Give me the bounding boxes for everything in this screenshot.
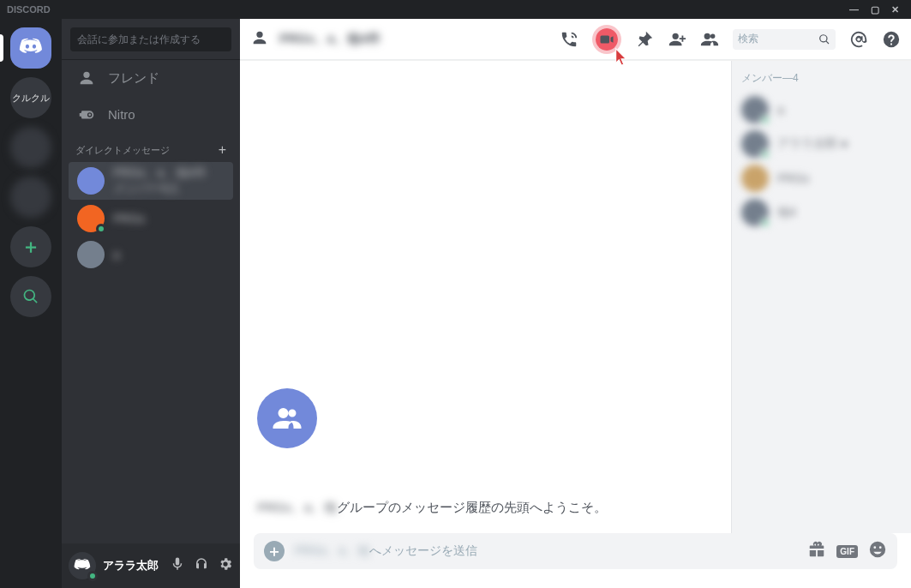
dm-sidebar: 会話に参加または作成する フレンド Nitro ダイレクトメッセージ + PRG…: [62, 19, 240, 588]
composer-area: ＋ PRGs、a、他へメッセージを送信 GIF: [240, 533, 911, 588]
home-button[interactable]: [10, 27, 51, 69]
header-actions: 検索: [560, 25, 901, 54]
welcome-message: PRGs、a、他グループのメッセージ履歴の先頭へようこそ。: [257, 500, 714, 516]
mute-button[interactable]: [170, 556, 185, 575]
chat-header: PRGs、a、他4件 検索: [240, 19, 911, 60]
dm-item[interactable]: PRGs: [69, 201, 233, 236]
user-panel: アララ太郎: [62, 543, 240, 588]
mentions-button[interactable]: [849, 30, 868, 49]
emoji-button[interactable]: [868, 540, 887, 562]
app-root: クルクル ＋ 会話に参加または作成する フレンド Nitro ダイレクトメッセー…: [0, 19, 911, 588]
chat-title: PRGs、a、他4件: [279, 31, 381, 47]
brand-wordmark: DISCORD: [7, 4, 51, 15]
chat-area: PRGs、a、他4件 検索: [240, 19, 911, 588]
maximize-button[interactable]: ▢: [871, 4, 879, 15]
message-placeholder: PRGs、a、他へメッセージを送信: [295, 543, 477, 559]
attach-button[interactable]: ＋: [264, 541, 285, 561]
titlebar: DISCORD — ▢ ✕: [0, 0, 911, 19]
group-avatar: [257, 388, 317, 448]
dm-name: PRGs、a、他4件メンバー4人: [113, 165, 207, 196]
message-area: PRGs、a、他グループのメッセージ履歴の先頭へようこそ。: [240, 61, 731, 533]
member-item[interactable]: アララ太郎 ●: [741, 127, 901, 161]
group-dm-icon: [250, 28, 269, 51]
search-icon: [818, 33, 830, 45]
friends-nav[interactable]: フレンド: [62, 60, 240, 96]
search-input[interactable]: 検索: [733, 29, 836, 50]
server-item[interactable]: クルクル: [10, 77, 51, 118]
server-item[interactable]: [10, 127, 51, 168]
add-friends-button[interactable]: [668, 30, 686, 49]
current-user-avatar[interactable]: [69, 552, 96, 579]
create-dm-button[interactable]: +: [219, 142, 226, 158]
current-user-name: アララ太郎: [103, 558, 159, 573]
member-item[interactable]: 他4: [741, 195, 901, 230]
dm-name: a: [113, 248, 120, 261]
dm-section-header: ダイレクトメッセージ +: [62, 132, 240, 161]
quick-switcher[interactable]: 会話に参加または作成する: [62, 19, 240, 60]
message-input[interactable]: ＋ PRGs、a、他へメッセージを送信 GIF: [254, 533, 897, 569]
video-call-button[interactable]: [592, 25, 621, 54]
pinned-messages-button[interactable]: [635, 30, 654, 49]
nitro-label: Nitro: [108, 107, 135, 122]
dm-name: PRGs: [113, 212, 145, 225]
close-button[interactable]: ✕: [891, 4, 899, 15]
server-item[interactable]: [10, 177, 51, 218]
window-controls: — ▢ ✕: [849, 4, 911, 15]
dm-item[interactable]: a: [69, 237, 233, 272]
members-header: メンバー—4: [741, 71, 901, 86]
member-list-toggle[interactable]: [700, 30, 719, 49]
quick-switcher-input[interactable]: 会話に参加または作成する: [70, 27, 231, 51]
settings-button[interactable]: [218, 556, 233, 575]
avatar: [77, 205, 105, 232]
avatar: [77, 167, 105, 195]
add-server-button[interactable]: ＋: [10, 226, 51, 267]
member-list: メンバー—4 a アララ太郎 ● PRGs 他4: [731, 61, 911, 533]
member-item[interactable]: a: [741, 93, 901, 127]
server-list: クルクル ＋: [0, 19, 62, 588]
gif-button[interactable]: GIF: [836, 545, 858, 558]
explore-button[interactable]: [10, 276, 51, 317]
gift-button[interactable]: [807, 540, 826, 562]
minimize-button[interactable]: —: [849, 4, 859, 15]
dm-header-label: ダイレクトメッセージ: [75, 144, 170, 157]
member-item[interactable]: PRGs: [741, 161, 901, 195]
search-placeholder: 検索: [738, 32, 758, 46]
nitro-nav[interactable]: Nitro: [62, 96, 240, 132]
friends-label: フレンド: [108, 70, 159, 87]
voice-call-button[interactable]: [560, 30, 578, 49]
deafen-button[interactable]: [194, 556, 209, 575]
avatar: [77, 241, 105, 268]
help-button[interactable]: [882, 30, 901, 49]
dm-item[interactable]: PRGs、a、他4件メンバー4人: [69, 162, 233, 200]
